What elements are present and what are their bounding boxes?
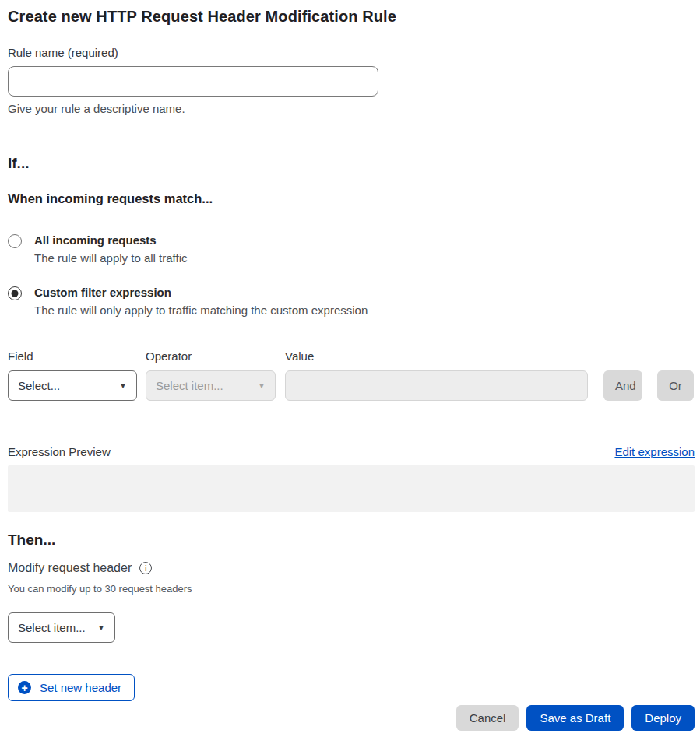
field-select-value: Select... bbox=[18, 379, 60, 392]
chevron-down-icon: ▼ bbox=[97, 623, 105, 632]
radio-label: Custom filter expression bbox=[34, 286, 368, 299]
expression-preview-box bbox=[8, 465, 695, 512]
modify-header-row: Modify request header i bbox=[8, 561, 695, 575]
rule-name-label: Rule name (required) bbox=[8, 46, 695, 59]
radio-option-all-incoming-requests[interactable]: All incoming requests The rule will appl… bbox=[8, 233, 695, 265]
field-select[interactable]: Select... ▼ bbox=[8, 370, 137, 401]
if-heading: If... bbox=[8, 155, 695, 172]
cancel-button[interactable]: Cancel bbox=[456, 705, 519, 731]
and-button[interactable]: And bbox=[603, 370, 642, 401]
edit-expression-link[interactable]: Edit expression bbox=[614, 445, 695, 458]
expression-preview-label: Expression Preview bbox=[8, 445, 111, 458]
header-item-select[interactable]: Select item... ▼ bbox=[8, 612, 115, 643]
or-button[interactable]: Or bbox=[657, 370, 694, 401]
radio-button-icon[interactable] bbox=[8, 234, 22, 248]
operator-select: Select item... ▼ bbox=[146, 370, 276, 401]
match-subheading: When incoming requests match... bbox=[8, 191, 695, 206]
radio-option-custom-filter-expression[interactable]: Custom filter expression The rule will o… bbox=[8, 286, 695, 317]
header-item-select-value: Select item... bbox=[18, 621, 86, 634]
set-new-header-label: Set new header bbox=[40, 681, 121, 694]
rule-name-input[interactable] bbox=[8, 66, 378, 97]
info-icon[interactable]: i bbox=[139, 562, 152, 574]
operator-label: Operator bbox=[146, 349, 276, 363]
footer-actions: Cancel Save as Draft Deploy bbox=[8, 705, 695, 731]
modify-request-header-label: Modify request header bbox=[8, 561, 132, 575]
save-as-draft-button[interactable]: Save as Draft bbox=[526, 705, 624, 731]
chevron-down-icon: ▼ bbox=[119, 381, 127, 390]
page-title: Create new HTTP Request Header Modificat… bbox=[8, 8, 695, 26]
radio-label: All incoming requests bbox=[34, 233, 187, 247]
value-label: Value bbox=[285, 349, 588, 363]
field-label: Field bbox=[8, 349, 137, 363]
radio-button-icon[interactable] bbox=[8, 286, 22, 300]
radio-description: The rule will only apply to traffic matc… bbox=[34, 304, 368, 317]
deploy-button[interactable]: Deploy bbox=[631, 705, 695, 731]
section-divider bbox=[8, 135, 695, 135]
modify-header-helper: You can modify up to 30 request headers bbox=[8, 583, 695, 595]
then-heading: Then... bbox=[8, 532, 695, 549]
expression-preview-header: Expression Preview Edit expression bbox=[8, 445, 695, 458]
set-new-header-button[interactable]: + Set new header bbox=[8, 674, 135, 701]
rule-name-helper: Give your rule a descriptive name. bbox=[8, 102, 695, 115]
create-rule-page: Create new HTTP Request Header Modificat… bbox=[0, 0, 700, 744]
value-input bbox=[285, 370, 588, 401]
expression-builder-row: Field Select... ▼ Operator Select item..… bbox=[8, 349, 695, 401]
operator-select-value: Select item... bbox=[156, 379, 223, 392]
chevron-down-icon: ▼ bbox=[258, 381, 266, 390]
plus-circle-icon: + bbox=[18, 681, 31, 694]
radio-description: The rule will apply to all traffic bbox=[34, 251, 187, 265]
